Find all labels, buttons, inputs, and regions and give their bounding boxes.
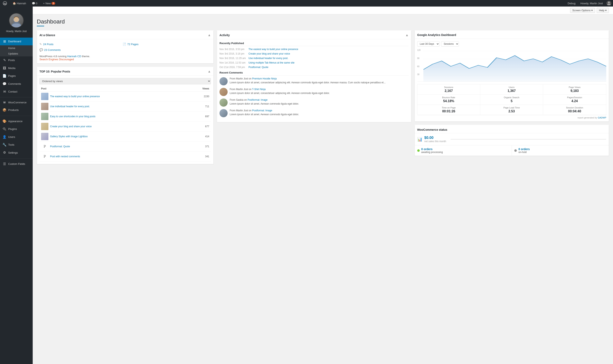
site-name-button[interactable]: 🏠 Hannah xyxy=(12,2,27,5)
activity-post-link[interactable]: Postformat: Quote xyxy=(248,66,268,69)
ga-y-labels: 120 90 60 30 xyxy=(417,49,423,81)
post-thumbnail xyxy=(41,103,48,110)
activity-link: Postformat: Quote xyxy=(248,66,268,69)
woo-order-label: on-hold xyxy=(518,151,530,154)
post-title-cell: Easy to use shortcodes in your blog post… xyxy=(39,112,187,121)
comments-list: From Martin Jost on Premium Hoodie Ninja… xyxy=(220,77,409,117)
comment-text: Lorem ipsum dolor sit amet, consectetuer… xyxy=(230,81,409,84)
ga-stat-label: Session Duration xyxy=(545,106,604,109)
activity-link: Use individual header for every post. xyxy=(248,57,288,60)
comment-post-link[interactable]: Postformat: Image xyxy=(252,109,272,112)
sidebar-item-plugins[interactable]: 🔌 Plugins xyxy=(0,125,33,133)
post-title-link[interactable]: Gallery Styles with Image Lightbox xyxy=(50,135,88,138)
title-underline xyxy=(37,26,44,26)
comment-post-link[interactable]: T-Shirt Ninja xyxy=(252,88,266,91)
sidebar-item-pages[interactable]: 📄 Pages xyxy=(0,72,33,80)
debug-button[interactable]: Debug xyxy=(566,2,577,5)
activity-toggle[interactable]: ▲ xyxy=(405,33,409,37)
post-views-cell: 371 xyxy=(187,142,211,152)
comments-count-link[interactable]: 23 Comments xyxy=(44,48,61,52)
popular-posts-title: TOP 10: Popular Posts xyxy=(39,70,70,73)
woo-status-title: WooCommerce status xyxy=(415,126,609,133)
ga-metric-select[interactable]: Sessions xyxy=(441,41,459,47)
comments-glance-icon: 💬 xyxy=(39,48,43,52)
post-title-link[interactable]: Create your blog and share your voice xyxy=(50,125,91,128)
activity-item: Nov 3rd 2016, 3:53 pm The easiest way to… xyxy=(220,48,409,51)
help-button[interactable]: Help ▾ xyxy=(597,8,609,13)
gadwp-link[interactable]: GADWP xyxy=(598,117,606,119)
sidebar-item-woocommerce[interactable]: W WooCommerce xyxy=(0,99,33,106)
sidebar-item-dashboard[interactable]: ⊞ Dashboard xyxy=(0,38,33,45)
popular-posts-widget: TOP 10: Popular Posts ▲ Ordered by views… xyxy=(37,67,213,164)
post-title-link[interactable]: Post with nested comments xyxy=(50,155,80,158)
woo-net-label: net sales this month xyxy=(424,140,446,143)
user-avatar[interactable] xyxy=(606,1,611,6)
ga-period-select[interactable]: Last 30 Days xyxy=(417,41,440,47)
comment-content: From Martin Jost on Postformat: Image Lo… xyxy=(230,109,409,116)
activity-body: Recently Published Nov 3rd 2016, 3:53 pm… xyxy=(217,39,411,122)
activity-post-link[interactable]: The easiest way to build your online pre… xyxy=(248,48,298,51)
new-content-button[interactable]: + New 3 xyxy=(42,2,56,5)
pages-count-link[interactable]: 72 Pages xyxy=(127,43,139,46)
comment-content: From Martin Jost on T-Shirt Ninja Lorem … xyxy=(230,88,409,95)
ga-stat-item: Users 1,367 xyxy=(480,84,543,95)
post-views-cell: 677 xyxy=(187,121,211,131)
sidebar-item-tools[interactable]: 🔧 Tools xyxy=(0,141,33,149)
activity-post-link[interactable]: Using multiple Tab Menus at the same sit… xyxy=(248,61,294,64)
comment-post-link[interactable]: Postformat: Image xyxy=(248,98,267,101)
ga-stat-value: 00:01:26 xyxy=(419,109,478,113)
post-title-link[interactable]: Postformat: Quote xyxy=(50,145,70,148)
post-title-link[interactable]: The easiest way to build your online pre… xyxy=(50,95,100,98)
theme-link[interactable]: Hannah CD xyxy=(67,55,81,58)
howdy-user[interactable]: Howdy, Martin Jost xyxy=(579,2,604,5)
ga-report-line: report generated by GADWP xyxy=(417,117,606,119)
post-views-cell: 711 xyxy=(187,102,211,112)
sidebar-item-media[interactable]: 🖼 Media xyxy=(0,64,33,72)
post-title-cell: P Post with nested comments xyxy=(39,152,187,162)
wp-logo-button[interactable] xyxy=(2,1,8,5)
activity-post-link[interactable]: Create your blog and share your voice xyxy=(248,52,290,55)
sidebar-item-updates[interactable]: Updates xyxy=(0,51,33,56)
post-title-link[interactable]: Easy to use shortcodes in your blog post… xyxy=(50,115,95,118)
comment-item: From Martin Jost on Postformat: Image Lo… xyxy=(220,109,409,117)
dashboard-page: Dashboard At a Glance ▲ ✎ xyxy=(33,14,613,168)
screen-options-button[interactable]: Screen Options ▾ xyxy=(570,8,595,13)
ga-stat-value: 9,183 xyxy=(545,89,604,93)
woo-status-dot xyxy=(417,149,420,152)
popular-posts-toggle[interactable]: ▲ xyxy=(208,70,211,73)
google-analytics-widget: Google Analytics Dashboard Last 30 Days … xyxy=(415,30,609,121)
sidebar-item-products[interactable]: 📦 Products xyxy=(0,106,33,114)
activity-post-link[interactable]: Use individual header for every post. xyxy=(248,57,288,60)
tools-icon: 🔧 xyxy=(2,143,7,147)
woo-net-info: $0.00 net sales this month xyxy=(424,136,446,143)
popular-posts-filter[interactable]: Ordered by views xyxy=(39,78,211,84)
at-a-glance-title: At a Glance xyxy=(39,34,55,37)
ga-stat-item: Page Load Time 2.53 xyxy=(480,105,543,115)
woo-orders: 0 orders awaiting processing 0 orders on… xyxy=(415,145,609,156)
woo-order-label: awaiting processing xyxy=(421,151,443,154)
sidebar-item-home[interactable]: Home xyxy=(0,45,33,51)
sidebar-item-posts[interactable]: ✎ Posts xyxy=(0,56,33,64)
activity-date: Nov 3rd 2016, 11:29 am xyxy=(220,57,246,60)
comment-post-link[interactable]: Premium Hoodie Ninja xyxy=(252,77,277,80)
post-title-link[interactable]: Use individual header for every post. xyxy=(50,105,90,108)
comments-button[interactable]: 💬 0 xyxy=(31,2,39,5)
appearance-icon: 🎨 xyxy=(2,119,7,124)
at-a-glance-toggle[interactable]: ▲ xyxy=(208,33,211,37)
sidebar-item-contact[interactable]: ✉ Contact xyxy=(0,88,33,96)
post-title-cell: Create your blog and share your voice xyxy=(39,121,187,131)
glance-pages: 📄 72 Pages xyxy=(123,42,205,47)
sidebar-item-appearance[interactable]: 🎨 Appearance xyxy=(0,117,33,125)
sidebar-item-comments[interactable]: 💬 Comments xyxy=(0,80,33,88)
sidebar-item-custom-fields[interactable]: ☰ Custom Fields xyxy=(0,160,33,168)
sidebar-item-settings[interactable]: ⚙ Settings xyxy=(0,149,33,156)
posts-count-link[interactable]: 24 Posts xyxy=(43,43,53,46)
comment-avatar xyxy=(220,98,228,107)
svg-point-1 xyxy=(608,2,610,3)
post-title-cell: Gallery Styles with Image Lightbox xyxy=(39,131,187,142)
activity-date: Nov 1st 2016, 11:53 am xyxy=(220,61,246,64)
sidebar-item-users[interactable]: 👤 Users xyxy=(0,133,33,141)
popular-posts-body: Ordered by views Post Views xyxy=(37,76,213,164)
activity-items: Nov 3rd 2016, 3:53 pm The easiest way to… xyxy=(220,48,409,69)
recent-comments-section: Recent Comments From Martin Jost on Prem… xyxy=(220,71,409,117)
